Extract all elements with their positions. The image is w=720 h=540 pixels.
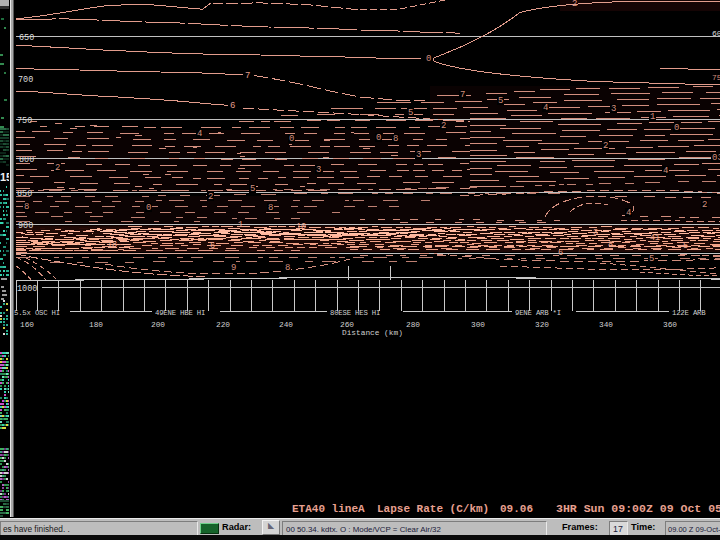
svg-text:5: 5 <box>683 241 688 251</box>
svg-text:7: 7 <box>245 71 250 81</box>
svg-text:2: 2 <box>603 141 608 151</box>
svg-text:5: 5 <box>498 96 503 106</box>
svg-text:340: 340 <box>599 321 613 329</box>
svg-text:6: 6 <box>230 101 235 111</box>
svg-text:4: 4 <box>626 208 631 218</box>
svg-text:3: 3 <box>316 165 321 175</box>
svg-text:5: 5 <box>649 254 654 264</box>
svg-text:10: 10 <box>296 222 306 232</box>
svg-text:1: 1 <box>650 112 655 122</box>
svg-text:6: 6 <box>210 241 215 251</box>
svg-text:2: 2 <box>55 163 60 173</box>
svg-text:1: 1 <box>238 220 243 230</box>
svg-text:280: 280 <box>406 321 420 329</box>
svg-text:0: 0 <box>426 54 431 64</box>
svg-text:6: 6 <box>558 248 563 258</box>
svg-text:2: 2 <box>572 0 577 9</box>
svg-text:8: 8 <box>285 263 290 273</box>
svg-text:8: 8 <box>393 134 398 144</box>
svg-text:200: 200 <box>151 321 165 329</box>
svg-text:Lapse Rate (C/km): Lapse Rate (C/km) <box>377 503 489 515</box>
svg-text:1000: 1000 <box>17 284 37 294</box>
svg-text:260: 260 <box>340 321 354 329</box>
svg-text:9ENE ARB *I: 9ENE ARB *I <box>515 309 561 317</box>
svg-text:0: 0 <box>146 203 151 213</box>
svg-text:03: 03 <box>712 153 720 163</box>
svg-text:5.5x OSC HI: 5.5x OSC HI <box>14 309 60 317</box>
svg-text:700: 700 <box>18 75 33 85</box>
svg-text:360: 360 <box>663 321 677 329</box>
svg-text:60: 60 <box>712 29 720 38</box>
svg-text:122E ARB: 122E ARB <box>672 309 706 317</box>
svg-text:09.06: 09.06 <box>500 503 533 515</box>
svg-text:3: 3 <box>611 104 616 114</box>
svg-text:240: 240 <box>279 321 293 329</box>
svg-text:3: 3 <box>593 228 598 238</box>
svg-text:0: 0 <box>674 123 679 133</box>
svg-text:ETA40 lineA: ETA40 lineA <box>292 503 365 515</box>
svg-text:2: 2 <box>208 192 213 202</box>
svg-text:300: 300 <box>471 321 485 329</box>
svg-text:5: 5 <box>408 108 413 118</box>
svg-text:220: 220 <box>216 321 230 329</box>
svg-text:4: 4 <box>543 103 548 113</box>
svg-text:9: 9 <box>231 263 236 273</box>
svg-text:0: 0 <box>289 134 294 144</box>
svg-text:160: 160 <box>20 321 34 329</box>
svg-text:8: 8 <box>608 240 613 250</box>
svg-text:8: 8 <box>268 203 273 213</box>
svg-text:80ESE HES HI: 80ESE HES HI <box>330 309 380 317</box>
svg-text:8: 8 <box>24 202 29 212</box>
svg-text:41: 41 <box>650 233 660 243</box>
svg-text:2: 2 <box>441 121 446 131</box>
svg-text:320: 320 <box>535 321 549 329</box>
svg-text:850: 850 <box>17 189 32 199</box>
svg-text:4: 4 <box>197 129 202 139</box>
svg-text:49ENE HBE HI: 49ENE HBE HI <box>155 309 205 317</box>
svg-text:18: 18 <box>107 240 117 250</box>
svg-text:Distance (km): Distance (km) <box>342 329 403 337</box>
svg-text:2: 2 <box>702 200 707 210</box>
svg-text:5: 5 <box>250 184 255 194</box>
svg-text:0: 0 <box>376 133 381 143</box>
svg-text:3HR Sun 09:00Z 09 Oct 05: 3HR Sun 09:00Z 09 Oct 05 <box>556 503 720 515</box>
svg-text:750: 750 <box>17 116 32 126</box>
svg-text:3: 3 <box>416 150 421 160</box>
svg-text:7: 7 <box>460 90 465 100</box>
svg-text:75: 75 <box>712 73 720 82</box>
svg-text:650: 650 <box>19 33 34 43</box>
svg-text:180: 180 <box>89 321 103 329</box>
svg-text:4: 4 <box>663 166 668 176</box>
